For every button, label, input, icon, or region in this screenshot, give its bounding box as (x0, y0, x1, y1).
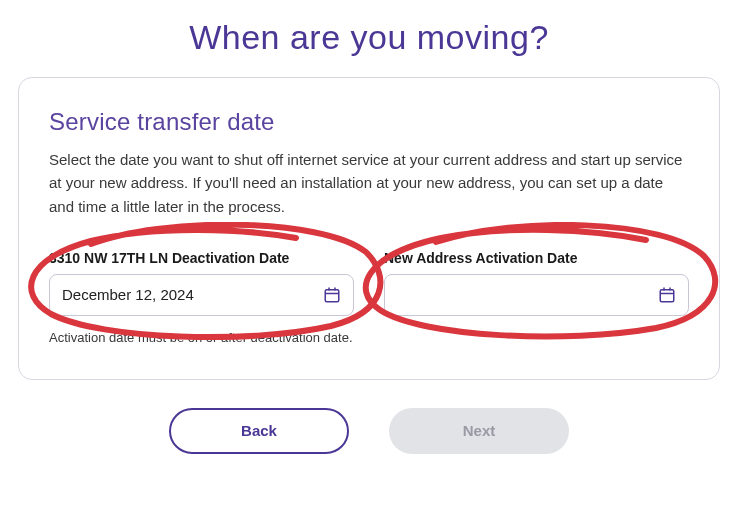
svg-rect-4 (660, 290, 674, 302)
date-fields-row: 3310 NW 17TH LN Deactivation Date (49, 250, 689, 316)
calendar-icon[interactable] (658, 286, 676, 304)
calendar-icon[interactable] (323, 286, 341, 304)
deactivation-date-input[interactable] (62, 286, 323, 303)
back-button[interactable]: Back (169, 408, 349, 454)
service-transfer-card: Service transfer date Select the date yo… (18, 77, 720, 380)
page-title: When are you moving? (0, 18, 738, 57)
card-heading: Service transfer date (49, 108, 689, 136)
deactivation-input-wrap[interactable] (49, 274, 354, 316)
card-description: Select the date you want to shut off int… (49, 148, 689, 218)
helper-text: Activation date must be on or after deac… (49, 330, 689, 345)
deactivation-field: 3310 NW 17TH LN Deactivation Date (49, 250, 354, 316)
deactivation-label: 3310 NW 17TH LN Deactivation Date (49, 250, 354, 266)
activation-label: New Address Activation Date (384, 250, 689, 266)
activation-input-wrap[interactable] (384, 274, 689, 316)
button-row: Back Next (0, 408, 738, 454)
next-button[interactable]: Next (389, 408, 569, 454)
activation-field: New Address Activation Date (384, 250, 689, 316)
activation-date-input[interactable] (397, 286, 658, 303)
svg-rect-0 (325, 290, 339, 302)
